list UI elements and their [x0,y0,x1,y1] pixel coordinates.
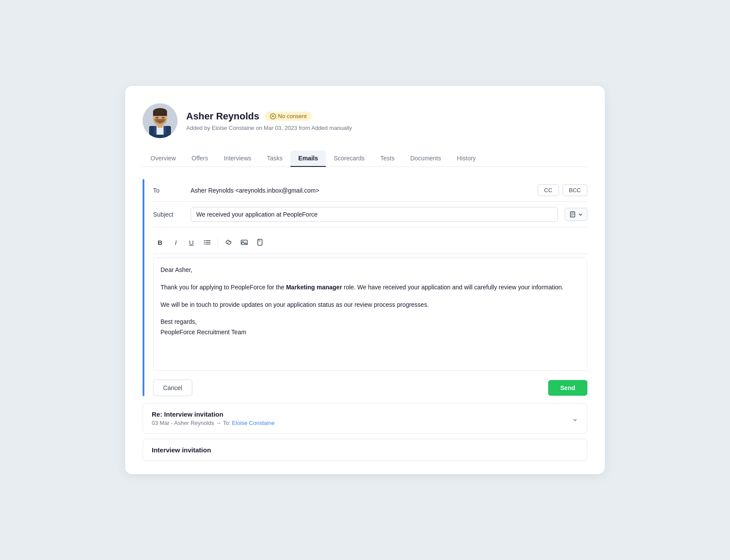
tab-documents[interactable]: Documents [403,150,449,167]
to-value: Asher Reynolds <areynolds.inbox@gmail.co… [191,187,531,194]
avatar [143,103,177,138]
attachment-button[interactable] [253,235,267,249]
profile-info: Asher Reynolds No consent Added by Elois… [186,111,352,131]
tab-scorecards[interactable]: Scorecards [326,150,372,167]
tab-emails[interactable]: Emails [290,150,326,167]
image-icon [241,239,248,246]
italic-button[interactable]: I [169,235,183,249]
tab-interviews[interactable]: Interviews [216,150,259,167]
compose-subject-row: Subject [153,202,587,227]
link-button[interactable] [222,235,235,249]
chevron-down-icon [578,212,583,217]
toolbar-divider-1 [218,237,218,248]
send-button[interactable]: Send [548,380,587,396]
thread-meta: 03 Mar - Asher Reynolds → To: Eloise Con… [152,420,275,426]
thread-chevron-icon[interactable]: ⌄ [572,414,578,423]
compose-left-border [143,179,144,396]
tab-tasks[interactable]: Tasks [259,150,290,167]
compose-to-row: To Asher Reynolds <areynolds.inbox@gmail… [153,179,587,202]
attachment-icon [256,239,263,246]
body-paragraph1: Thank you for applying to PeopleForce fo… [160,282,580,293]
body-paragraph2: We will be in touch to provide updates o… [160,300,580,310]
body-greeting: Dear Asher, [160,265,580,275]
tab-history[interactable]: History [449,150,484,167]
thread-item-re-interview[interactable]: Re: Interview invitation 03 Mar - Asher … [143,403,587,434]
email-compose-wrapper: To Asher Reynolds <areynolds.inbox@gmail… [143,179,587,396]
profile-header: Asher Reynolds No consent Added by Elois… [143,103,587,138]
list-icon [204,239,211,246]
profile-name: Asher Reynolds [186,111,259,122]
thread-title: Re: Interview invitation [152,411,275,418]
image-button[interactable] [237,235,251,249]
editor-toolbar: B I U [153,231,587,254]
svg-point-12 [273,115,273,116]
list-button[interactable] [200,235,214,249]
link-icon [225,239,232,246]
thread-header: Re: Interview invitation 03 Mar - Asher … [152,411,578,426]
tab-overview[interactable]: Overview [143,150,184,167]
to-label: To [153,187,184,194]
underline-button[interactable]: U [184,235,198,249]
nav-tabs: Overview Offers Interviews Tasks Emails … [143,150,587,167]
tab-tests[interactable]: Tests [372,150,403,167]
cc-button[interactable]: CC [538,184,559,196]
template-button[interactable] [565,208,587,221]
svg-point-9 [156,117,158,119]
no-consent-badge: No consent [265,112,312,121]
subject-label: Subject [153,211,184,218]
svg-point-10 [162,117,164,119]
tab-offers[interactable]: Offers [184,150,216,167]
email-compose: To Asher Reynolds <areynolds.inbox@gmail… [153,179,587,396]
interview-invitation-title: Interview invitation [152,446,578,454]
template-icon [570,211,576,218]
email-body[interactable]: Dear Asher, Thank you for applying to Pe… [153,258,587,371]
cc-bcc-buttons: CC BCC [538,184,587,196]
interview-invitation-item: Interview invitation [143,439,587,461]
cancel-button[interactable]: Cancel [153,380,192,396]
profile-meta: Added by Eloise Constaine on Mar 03, 202… [186,125,352,131]
subject-input[interactable] [191,207,558,222]
svg-rect-8 [153,112,167,116]
bold-button[interactable]: B [153,235,167,249]
no-consent-icon [270,113,276,119]
thread-meta-to-link[interactable]: Eloise Constaine [232,420,275,426]
body-closing: Best regards, PeopleForce Recruitment Te… [160,317,580,338]
bcc-button[interactable]: BCC [563,184,587,196]
compose-actions: Cancel Send [153,380,587,396]
thread-info: Re: Interview invitation 03 Mar - Asher … [152,411,275,426]
